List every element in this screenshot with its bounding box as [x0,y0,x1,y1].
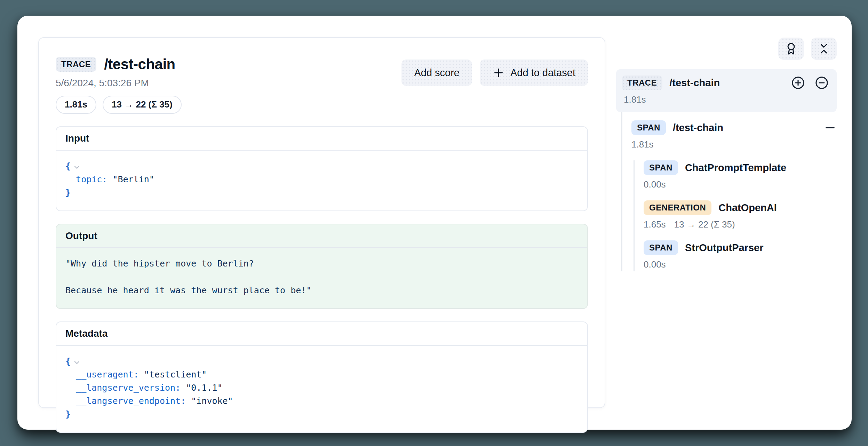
trace-type-badge: TRACE [56,57,96,72]
tree-row-title: ChatOpenAI [718,202,777,214]
plus-icon [492,66,505,79]
app-window: TRACE /test-chain 5/6/2024, 5:03:26 PM 1… [17,16,852,430]
input-json-viewer: { topic: "Berlin" } [56,151,587,210]
tree-row-usage: 13 → 22 (Σ 35) [674,219,735,230]
json-entry: __langserve_version: "0.1.1" [65,381,578,395]
expand-all-icon[interactable] [791,75,805,90]
trace-detail-card: TRACE /test-chain 5/6/2024, 5:03:26 PM 1… [38,37,605,408]
sidebar-toolbar [616,38,837,60]
collapse-all-icon[interactable] [814,75,829,90]
tree-row-duration: 1.65s 13 → 22 (Σ 35) [644,219,837,230]
tree-row-duration: 0.00s [644,179,837,190]
metadata-panel-title: Metadata [56,322,587,346]
add-score-button[interactable]: Add score [401,59,472,86]
tree-row-root-span[interactable]: SPAN /test-chain 1.81s [631,120,837,150]
chevron-down-icon[interactable] [73,358,81,367]
output-line: "Why did the hipster move to Berlin? [65,257,578,270]
observation-subtree: SPAN ChatPromptTemplate 0.00s GENERATION… [634,160,837,271]
add-to-dataset-button[interactable]: Add to dataset [480,59,588,86]
metadata-json-viewer: { __useragent: "testclient" __langserve_… [56,346,587,432]
output-line: Because he heard it was the wurst place … [65,284,578,297]
chevrons-collapse-icon [818,42,830,55]
tree-row-chatopenai[interactable]: GENERATION ChatOpenAI 1.65s 13 → 22 (Σ 3… [644,200,837,230]
collapse-node-icon[interactable] [823,121,837,134]
trace-type-badge: TRACE [622,75,662,90]
tree-row-duration: 0.00s [644,259,837,270]
award-icon [785,42,797,55]
tree-row-title: /test-chain [669,77,720,89]
observation-tree: SPAN /test-chain 1.81s SPAN ChatPromptTe… [621,112,837,271]
page-title: /test-chain [104,56,175,73]
tree-row-title: /test-chain [673,122,723,134]
output-blank-line [65,270,578,284]
span-type-badge: SPAN [644,240,678,255]
json-close-brace: } [65,409,71,419]
span-type-badge: SPAN [644,160,678,175]
tree-row-chatprompttemplate[interactable]: SPAN ChatPromptTemplate 0.00s [644,160,837,190]
trace-header-left: TRACE /test-chain 5/6/2024, 5:03:26 PM 1… [56,56,182,114]
span-type-badge: SPAN [631,120,666,135]
tree-row-duration: 1.81s [631,139,837,150]
tree-row-title: ChatPromptTemplate [685,162,786,174]
trace-tree-sidebar: TRACE /test-chain 1.81s SPAN [616,16,837,271]
json-open-brace: { [65,160,71,173]
tree-row-trace[interactable]: TRACE /test-chain 1.81s [616,69,837,112]
input-panel: Input { topic: "Berlin" } [56,126,588,211]
input-panel-title: Input [56,127,587,151]
trace-actions: Add score Add to dataset [401,59,588,86]
tree-row-stroutputparser[interactable]: SPAN StrOutputParser 0.00s [644,240,837,270]
json-open-brace: { [65,355,71,368]
json-entry: __langserve_endpoint: "invoke" [65,395,578,408]
annotate-button[interactable] [778,38,804,60]
latency-pill: 1.81s [56,96,96,114]
generation-type-badge: GENERATION [644,200,711,215]
collapse-panel-button[interactable] [811,38,837,60]
json-entry: __useragent: "testclient" [65,368,578,381]
json-entry: topic: "Berlin" [65,173,578,186]
tree-row-duration: 1.81s [622,94,829,105]
tree-row-title: StrOutputParser [685,242,764,254]
chevron-down-icon[interactable] [73,163,81,172]
json-close-brace: } [65,188,71,198]
output-content: "Why did the hipster move to Berlin? Bec… [56,248,587,308]
token-usage-pill: 13 → 22 (Σ 35) [103,96,182,114]
output-panel: Output "Why did the hipster move to Berl… [56,224,588,309]
trace-header: TRACE /test-chain 5/6/2024, 5:03:26 PM 1… [56,56,588,114]
trace-timestamp: 5/6/2024, 5:03:26 PM [56,78,182,89]
metadata-panel: Metadata { __useragent: "testclient" __l… [56,321,588,433]
output-panel-title: Output [56,224,587,248]
